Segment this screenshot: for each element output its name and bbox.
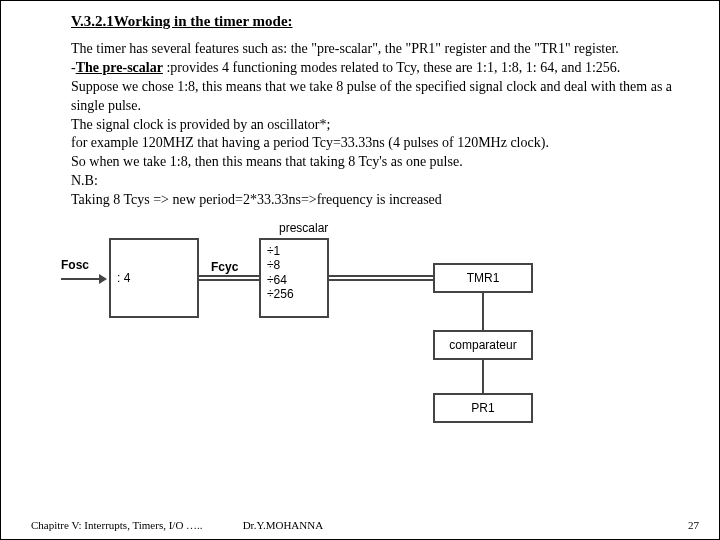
prescalar-option: ÷256: [267, 287, 294, 301]
prescalar-option: ÷1: [267, 244, 294, 258]
fosc-label: Fosc: [61, 258, 89, 272]
tmr1-label: TMR1: [467, 271, 500, 285]
footer-author: Dr.Y.MOHANNA: [243, 519, 323, 531]
text-line: for example 120MHZ that having a period …: [71, 134, 699, 153]
pr1-label: PR1: [471, 401, 494, 415]
footer-page-number: 27: [688, 519, 699, 531]
comparator-label: comparateur: [449, 338, 516, 352]
text-line: The timer has several features such as: …: [71, 40, 699, 59]
pr1-box: PR1: [433, 393, 533, 423]
text-line: Suppose we chose 1:8, this means that we…: [71, 78, 699, 116]
div4-label: : 4: [117, 271, 130, 285]
div4-box: : 4: [109, 238, 199, 318]
text-line: So when we take 1:8, then this means tha…: [71, 153, 699, 172]
fcyc-label: Fcyc: [211, 260, 238, 274]
prescalar-label: prescalar: [279, 221, 328, 235]
prescalar-option: ÷8: [267, 258, 294, 272]
slide-footer: Chapitre V: Interrupts, Timers, I/O ….. …: [1, 519, 719, 531]
connector-line: [482, 360, 484, 393]
comparator-box: comparateur: [433, 330, 533, 360]
tmr1-box: TMR1: [433, 263, 533, 293]
connector-line: [482, 293, 484, 330]
text-line: -The pre-scalar :provides 4 functioning …: [71, 59, 699, 78]
connector-double: [329, 275, 433, 281]
slide-page: V.3.2.1Working in the timer mode: The ti…: [0, 0, 720, 540]
text-line: N.B:: [71, 172, 699, 191]
prescalar-term: The pre-scalar: [76, 60, 163, 75]
text-line: Taking 8 Tcys => new period=2*33.33ns=>f…: [71, 191, 699, 210]
body-text: The timer has several features such as: …: [71, 40, 699, 210]
prescalar-option: ÷64: [267, 273, 294, 287]
prescalar-box: ÷1 ÷8 ÷64 ÷256: [259, 238, 329, 318]
connector-line: [61, 278, 101, 280]
text-fragment: :provides 4 functioning modes related to…: [163, 60, 620, 75]
footer-chapter: Chapitre V: Interrupts, Timers, I/O …..: [31, 519, 203, 531]
connector-double: [199, 275, 259, 281]
text-line: The signal clock is provided by an oscil…: [71, 116, 699, 135]
block-diagram: Fosc : 4 Fcyc prescalar ÷1 ÷8 ÷64 ÷256 T…: [61, 218, 621, 428]
section-title: V.3.2.1Working in the timer mode:: [71, 13, 699, 30]
arrow-icon: [99, 274, 107, 284]
prescalar-options: ÷1 ÷8 ÷64 ÷256: [267, 244, 294, 302]
